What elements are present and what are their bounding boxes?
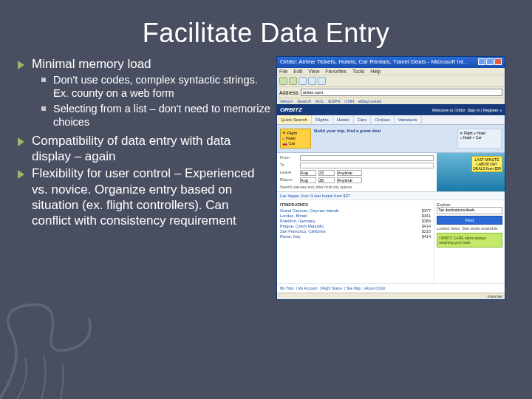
window-title: Orbitz: Airline Tickets, Hotels, Car Ren… <box>280 58 468 66</box>
list-item[interactable]: San Francisco, California$210 <box>280 229 431 233</box>
tagline-text: Build your trip, find a great deal <box>314 129 454 133</box>
menu-item[interactable]: View <box>308 69 319 74</box>
bullet-text: Compatibility of data entry with data di… <box>32 133 270 165</box>
address-input[interactable] <box>301 89 502 96</box>
forward-button[interactable] <box>289 77 297 85</box>
status-right: Internet <box>488 294 502 299</box>
toolbar-link[interactable]: Search <box>297 99 311 103</box>
bullet-arrow-icon <box>18 170 24 179</box>
return-month[interactable]: Aug <box>300 177 316 183</box>
footer-link[interactable]: Site Map <box>347 286 361 290</box>
back-button[interactable] <box>279 77 287 85</box>
site-header: ORBITZ Welcome to Orbitz. Sign in | Regi… <box>277 104 505 115</box>
address-bar: Address <box>277 86 505 98</box>
hero-promo[interactable]: LAST MINUTE LABOR DAY DEALS from $59 <box>437 153 505 191</box>
bullet-item: Minimal memory load <box>18 56 270 72</box>
refresh-button[interactable] <box>308 77 316 85</box>
leave-month[interactable]: Aug <box>300 170 316 176</box>
sub-bullet-square-icon <box>41 106 46 111</box>
bullet-arrow-icon <box>18 61 24 69</box>
radio-hotel[interactable]: ⌂ Hotel <box>282 136 309 140</box>
list-item[interactable]: Prague, Czech Republic$414 <box>280 224 431 228</box>
sub-bullet-text: Don't use codes, complex syntactic strin… <box>53 73 270 100</box>
bullet-text: Minimal memory load <box>32 56 151 72</box>
toolbar-link[interactable]: Yahoo! <box>279 99 293 103</box>
tab-quick-search[interactable]: Quick Search <box>277 115 312 124</box>
product-radios[interactable]: ✈ Flight ⌂ Hotel 🚗 Car <box>280 129 311 149</box>
slide-title: Facilitate Data Entry <box>0 0 532 56</box>
list-item[interactable]: London, Britain$341 <box>280 214 431 218</box>
itineraries-list: ITINERARIES Grand Cayman, Cayman Islands… <box>277 200 434 283</box>
return-day[interactable]: 28 <box>318 177 335 183</box>
list-item[interactable]: Rome, Italy$414 <box>280 234 431 239</box>
radio-car[interactable]: 🚗 Car <box>282 141 309 146</box>
return-label: Return <box>280 177 298 183</box>
home-button[interactable] <box>318 77 326 85</box>
menu-item[interactable]: Help <box>370 69 381 74</box>
window-buttons[interactable] <box>477 58 502 66</box>
leave-day[interactable]: 23 <box>318 170 335 176</box>
menu-item[interactable]: File <box>279 69 287 74</box>
sidebar: Explore Top destinations/deals Find Lowe… <box>434 200 505 283</box>
list-item[interactable]: Grand Cayman, Cayman Islands$377 <box>280 208 431 213</box>
address-label: Address <box>279 90 299 95</box>
browser-toolbar <box>277 75 505 86</box>
explore-select[interactable]: Top destinations/deals <box>437 207 502 214</box>
toolbar-link[interactable]: ESPN <box>328 99 340 103</box>
footer-link[interactable]: About Orbitz <box>365 286 386 290</box>
sub-bullet-item: Selecting from a list – don't need to me… <box>41 102 270 129</box>
toolbar-link[interactable]: CNN <box>344 99 354 103</box>
leave-time[interactable]: Anytime <box>337 170 362 176</box>
bullet-item: Compatibility of data entry with data di… <box>18 133 270 165</box>
radio-flight[interactable]: ✈ Flight <box>282 131 309 135</box>
side-ad[interactable]: ORBITZ CARE alerts always watching your … <box>437 233 502 248</box>
tab-cruises[interactable]: Cruises <box>371 115 394 124</box>
menu-item[interactable]: Tools <box>352 69 364 74</box>
from-input[interactable] <box>300 155 434 161</box>
promo-badge: LAST MINUTE LABOR DAY DEALS from $59 <box>471 156 502 172</box>
browser-statusbar: Internet <box>277 293 505 299</box>
search-tagline: Build your trip, find a great deal <box>314 129 454 149</box>
browser-menubar[interactable]: File Edit View Favorites Tools Help <box>277 68 505 75</box>
browser-screenshot: Orbitz: Airline Tickets, Hotels, Car Ren… <box>276 56 505 300</box>
page-footer: My Trips| My Account| Flight Status| Sit… <box>277 283 505 293</box>
list-item[interactable]: Frankfurt, Germany$389 <box>280 219 431 223</box>
menu-item[interactable]: Favorites <box>325 69 347 74</box>
bullet-text: Flexibility for user control – Experienc… <box>32 166 270 228</box>
stop-button[interactable] <box>299 77 307 85</box>
search-panel: ✈ Flight ⌂ Hotel 🚗 Car Build your trip, … <box>277 125 505 153</box>
sub-bullet-square-icon <box>41 78 46 82</box>
itineraries-title: ITINERARIES <box>280 202 431 207</box>
tab-hotels[interactable]: Hotels <box>333 115 354 124</box>
header-links[interactable]: Welcome to Orbitz. Sign in | Register » <box>432 108 502 112</box>
toolbar-link[interactable]: eBayLinked <box>358 99 381 103</box>
from-label: From <box>280 155 298 161</box>
footer-link[interactable]: My Trips <box>280 286 294 290</box>
menu-item[interactable]: Edit <box>293 69 302 74</box>
to-input[interactable] <box>300 163 434 168</box>
deal-banner[interactable]: Las Vegas, from 3-star hotels from $37 <box>277 192 505 200</box>
combo-radios[interactable]: ✈ Flight + Hotel ⌂ Hotel + Car <box>457 129 502 149</box>
footer-link[interactable]: Flight Status <box>321 286 342 290</box>
to-label: To <box>280 163 298 168</box>
tab-vacations[interactable]: Vacations <box>395 115 422 124</box>
bullet-item: Flexibility for user control – Experienc… <box>18 166 270 228</box>
links-toolbar: Yahoo! Search AOL ESPN CNN eBayLinked <box>277 98 505 104</box>
site-logo[interactable]: ORBITZ <box>280 106 302 113</box>
find-button[interactable]: Find <box>437 216 502 225</box>
bullet-column: Minimal memory load Don't use codes, com… <box>18 56 276 300</box>
return-time[interactable]: Anytime <box>337 177 362 183</box>
toolbar-link[interactable]: AOL <box>316 99 324 103</box>
oneway-check[interactable]: Search one-way and other multi-city opti… <box>280 185 434 189</box>
tab-cars[interactable]: Cars <box>354 115 372 124</box>
window-titlebar: Orbitz: Airline Tickets, Hotels, Car Ren… <box>277 57 505 68</box>
search-form: From To LeaveAug23Anytime ReturnAug28Any… <box>277 153 437 191</box>
nav-tabs: Quick Search Flights Hotels Cars Cruises… <box>277 115 505 125</box>
footer-link[interactable]: My Account <box>299 286 318 290</box>
tab-flights[interactable]: Flights <box>312 115 333 124</box>
bullet-arrow-icon <box>18 137 24 146</box>
sub-bullet-item: Don't use codes, complex syntactic strin… <box>41 73 270 100</box>
radio-hotel-car[interactable]: ⌂ Hotel + Car <box>460 135 499 140</box>
sub-bullet-text: Selecting from a list – don't need to me… <box>53 102 270 129</box>
side-note: Lowest fares. See deals available. <box>437 226 502 231</box>
